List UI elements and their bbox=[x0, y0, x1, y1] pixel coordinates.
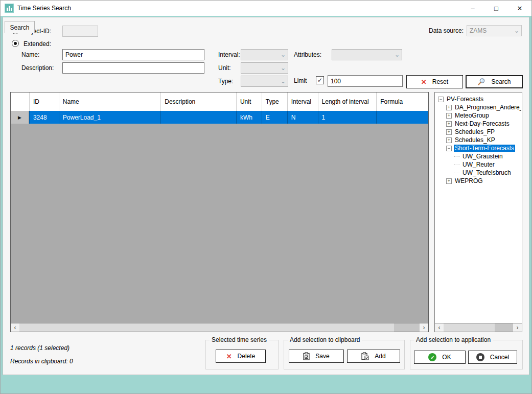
limit-checkbox[interactable]: ✓ bbox=[316, 76, 324, 84]
scroll-left-button[interactable]: ‹ bbox=[11, 323, 19, 332]
tree-scroll-track[interactable] bbox=[444, 323, 513, 332]
expand-icon[interactable]: + bbox=[446, 105, 452, 110]
table-cell[interactable]: 3248 bbox=[29, 111, 59, 124]
table-scroll-thumb[interactable] bbox=[19, 323, 394, 332]
chevron-down-icon: ⌄ bbox=[512, 28, 521, 34]
tree-item-label: PV-Forecasts bbox=[446, 96, 484, 103]
collapse-icon[interactable]: − bbox=[446, 146, 452, 151]
tree-items: −PV-Forecasts+DA_Prognosen_Andere_+Meteo… bbox=[436, 95, 521, 322]
type-select[interactable]: ⌄ bbox=[241, 76, 288, 87]
table-hscrollbar[interactable]: ‹ › bbox=[11, 323, 428, 332]
tree-item-pv-forecasts[interactable]: −PV-Forecasts bbox=[436, 95, 521, 103]
column-header-description[interactable]: Description bbox=[160, 92, 236, 111]
ok-button[interactable]: ✓ OK bbox=[414, 351, 466, 364]
interval-select[interactable]: ⌄ bbox=[241, 49, 288, 60]
table-row[interactable]: ▶3248PowerLoad_1kWhEN1 bbox=[11, 111, 428, 124]
column-header-length-of-interval[interactable]: Length of interval bbox=[318, 92, 377, 111]
clipboard-group-title: Add selection to clipboard bbox=[288, 336, 362, 343]
close-button[interactable]: ✕ bbox=[508, 1, 531, 16]
tree-item-meteogroup[interactable]: +MeteoGroup bbox=[436, 111, 521, 120]
add-button-label: Add bbox=[375, 353, 385, 360]
tab-search[interactable]: Search bbox=[5, 21, 35, 33]
expand-icon[interactable]: + bbox=[446, 129, 452, 135]
tree-item-weprog[interactable]: +WEPROG bbox=[436, 177, 521, 185]
minimize-button[interactable]: – bbox=[461, 1, 484, 16]
column-header-formula[interactable]: Formula bbox=[376, 92, 428, 111]
expand-icon[interactable]: + bbox=[446, 113, 452, 119]
column-header-type[interactable]: Type bbox=[262, 92, 287, 111]
tree-item-label: MeteoGroup bbox=[454, 112, 490, 119]
attributes-label: Attributes: bbox=[294, 51, 321, 58]
chevron-down-icon: ⌄ bbox=[279, 65, 288, 71]
unit-select[interactable]: ⌄ bbox=[241, 62, 288, 74]
time-series-search-window: Time Series Search – □ ✕ Search Edit Mas… bbox=[0, 0, 532, 394]
limit-spinner: ▲ ▼ bbox=[328, 75, 403, 87]
table-scroll-track[interactable] bbox=[19, 323, 420, 332]
delete-button[interactable]: ✕ Delete bbox=[216, 350, 266, 363]
maximize-button[interactable]: □ bbox=[484, 1, 508, 16]
description-input[interactable] bbox=[62, 62, 204, 74]
collapse-icon[interactable]: − bbox=[438, 97, 444, 102]
table-cell[interactable] bbox=[160, 111, 236, 124]
tree-item-uw-reuter[interactable]: UW_Reuter bbox=[436, 160, 521, 169]
tree-scroll-thumb[interactable] bbox=[444, 323, 495, 332]
extended-label: Extended: bbox=[24, 40, 51, 48]
tree-hscrollbar[interactable]: ‹ › bbox=[435, 323, 522, 332]
table-cell[interactable]: kWh bbox=[236, 111, 262, 124]
tree-item-schedules-kp[interactable]: +Schedules_KP bbox=[436, 136, 521, 144]
search-tab-page: Object-ID: Extended: Name: Interval: ⌄ A… bbox=[3, 17, 529, 375]
name-input[interactable] bbox=[62, 49, 204, 60]
tree-item-uw-teufelsbruch[interactable]: UW_Teufelsbruch bbox=[436, 169, 521, 177]
column-header-unit[interactable]: Unit bbox=[236, 92, 262, 111]
tree-item-da-prognosen-andere-[interactable]: +DA_Prognosen_Andere_ bbox=[436, 103, 521, 111]
cancel-button[interactable]: Cancel bbox=[468, 351, 517, 364]
red-x-icon: ✕ bbox=[226, 353, 232, 360]
save-button[interactable]: Save bbox=[289, 350, 344, 363]
titlebar: Time Series Search – □ ✕ bbox=[1, 1, 531, 16]
table-cell[interactable]: N bbox=[287, 111, 318, 124]
object-id-input[interactable] bbox=[62, 26, 98, 37]
scroll-right-button[interactable]: › bbox=[513, 323, 522, 332]
table-cell[interactable]: E bbox=[262, 111, 287, 124]
tree-item-label: WEPROG bbox=[454, 177, 484, 184]
scroll-right-button[interactable]: › bbox=[420, 323, 428, 332]
results-table: IDNameDescriptionUnitTypeIntervalLength … bbox=[10, 92, 429, 332]
cancel-button-label: Cancel bbox=[490, 354, 509, 361]
column-header-id[interactable]: ID bbox=[29, 92, 59, 111]
chevron-down-icon: ⌄ bbox=[279, 78, 288, 84]
scroll-right-icon: › bbox=[517, 325, 519, 331]
limit-input[interactable] bbox=[328, 76, 410, 86]
clipboard-paste-icon bbox=[361, 352, 369, 360]
scroll-left-button[interactable]: ‹ bbox=[435, 323, 444, 332]
column-header-name[interactable]: Name bbox=[59, 92, 160, 111]
tree-item-label: UW_Teufelsbruch bbox=[461, 169, 512, 176]
table-cell[interactable] bbox=[376, 111, 428, 124]
column-header-interval[interactable]: Interval bbox=[287, 92, 318, 111]
tree-item-next-day-forecasts[interactable]: +Next-Day-Forecasts bbox=[436, 120, 521, 128]
chevron-down-icon: ⌄ bbox=[279, 52, 288, 58]
table-cell[interactable]: PowerLoad_1 bbox=[59, 111, 160, 124]
extended-radio[interactable] bbox=[12, 40, 19, 47]
tree-item-label: Next-Day-Forecasts bbox=[454, 120, 511, 127]
table-cell[interactable]: 1 bbox=[318, 111, 377, 124]
tree-item-label: DA_Prognosen_Andere_ bbox=[454, 104, 521, 111]
check-glyph: ✓ bbox=[430, 355, 434, 360]
expand-icon[interactable]: + bbox=[446, 121, 452, 127]
ok-button-label: OK bbox=[442, 354, 451, 361]
expand-icon[interactable]: + bbox=[446, 178, 452, 184]
expand-icon[interactable]: + bbox=[446, 137, 452, 143]
app-icon bbox=[5, 4, 14, 13]
tree-item-label: Short-Term-Forecasts bbox=[454, 145, 515, 152]
attributes-select[interactable]: ⌄ bbox=[332, 49, 402, 60]
data-source-select[interactable]: ZAMS ⌄ bbox=[467, 25, 522, 36]
tree-item-label: UW_Reuter bbox=[461, 161, 496, 168]
search-button[interactable]: Search bbox=[466, 75, 523, 88]
tree-item-short-term-forecasts[interactable]: −Short-Term-Forecasts bbox=[436, 144, 521, 152]
tree-item-schedules-fp[interactable]: +Schedules_FP bbox=[436, 128, 521, 136]
tree-item-label: Schedules_KP bbox=[454, 136, 496, 144]
data-source-value: ZAMS bbox=[467, 27, 512, 34]
reset-button[interactable]: ✕ Reset bbox=[406, 75, 463, 88]
tree-connector bbox=[454, 173, 459, 173]
add-button[interactable]: Add bbox=[347, 350, 400, 363]
tree-item-uw-graustein[interactable]: UW_Graustein bbox=[436, 152, 521, 160]
